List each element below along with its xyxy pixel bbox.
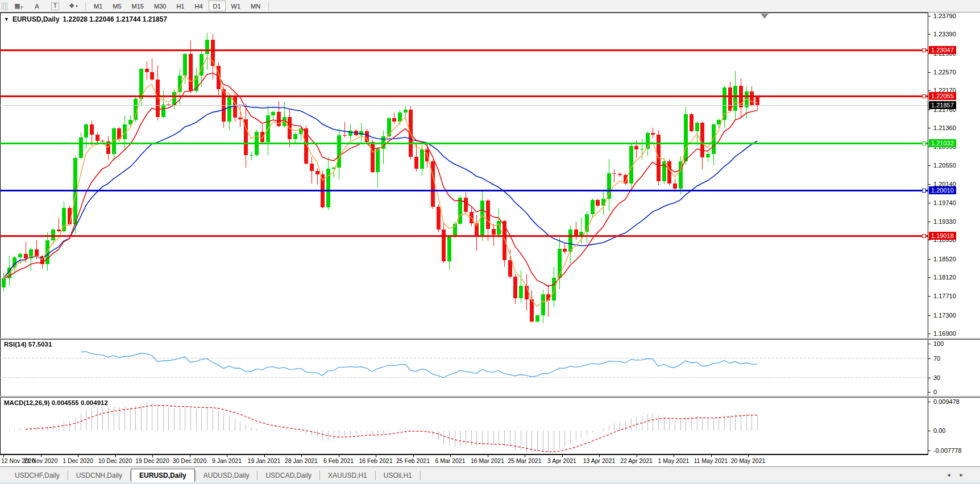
tab-usoil[interactable]: USOil,H1 [376, 469, 420, 482]
date-tick [78, 455, 78, 457]
price-tick [928, 128, 931, 128]
timeframes-group: M1M5M15M30H1H4D1W1MN [89, 1, 265, 11]
price-tick [928, 90, 931, 91]
macd-label: MACD(12,26,9) 0.004555 0.004912 [4, 399, 108, 406]
date-label: 28 Jan 2021 [285, 457, 318, 464]
date-tick [41, 455, 41, 457]
timeframe-button-d1[interactable]: D1 [209, 1, 226, 11]
chart-ohlc-values: 1.22028 1.22046 1.21744 1.21857 [63, 15, 168, 23]
date-label: 25 Feb 2021 [396, 457, 430, 464]
price-tick [928, 16, 931, 16]
price-tick-label: 1.19330 [933, 218, 956, 225]
price-tick [928, 203, 931, 203]
date-label: 9 Jan 2021 [212, 457, 242, 464]
tab-eurusd[interactable]: EURUSD,Daily [131, 469, 195, 482]
price-tick-label: 1.17710 [933, 293, 956, 299]
toolbar: ▦FAT❖▾ M1M5M15M30H1H4D1W1MN [0, 0, 980, 12]
hline-price-label: 1.19018 [929, 232, 956, 240]
date-tick [3, 455, 4, 457]
macd-scale-label: 0.00 [933, 427, 945, 434]
price-tick-label: 1.19740 [933, 199, 956, 206]
toolbar-grip[interactable] [2, 2, 7, 10]
date-label: 10 Dec 2020 [98, 457, 132, 464]
rsi-scale-tick [928, 392, 931, 393]
timeframe-button-h4[interactable]: H4 [190, 1, 207, 11]
rsi-scale-label: 0 [933, 389, 937, 395]
date-tick [339, 455, 339, 457]
tab-scroll-arrows: ◄► [946, 472, 972, 478]
price-tick-label: 1.18120 [933, 274, 956, 281]
macd-scale-tick [928, 431, 931, 431]
price-tick [928, 34, 931, 35]
main-price-chart[interactable] [0, 12, 928, 338]
date-tick [637, 455, 637, 457]
chart-tabs: USDCHF,DailyUSDCNH,DailyEURUSD,DailyAUDU… [7, 469, 421, 482]
timeframe-button-m15[interactable]: M15 [127, 1, 148, 11]
rsi-scale-label: 30 [933, 374, 940, 381]
draw-arrows-icon[interactable]: ❖▾ [65, 1, 82, 11]
price-tick [928, 277, 931, 278]
date-label: 21 Nov 2020 [24, 457, 58, 464]
macd-scale-label: -0.007778 [933, 447, 962, 454]
current-price-label: 1.21857 [929, 101, 956, 109]
timeframe-button-mn[interactable]: MN [246, 1, 265, 11]
chart-grid-f-icon[interactable]: ▦F [10, 1, 27, 11]
date-tick [562, 455, 563, 457]
date-tick [152, 455, 153, 457]
chart-tab-bar: USDCHF,DailyUSDCNH,DailyEURUSD,DailyAUDU… [0, 466, 980, 484]
text-label-icon[interactable]: A [28, 1, 45, 11]
tab-usdchf[interactable]: USDCHF,Daily [7, 469, 68, 482]
price-tick-label: 1.21360 [933, 124, 956, 131]
text-box-icon[interactable]: T [47, 1, 64, 11]
date-label: 6 Mar 2021 [435, 457, 465, 464]
price-tick [928, 165, 931, 166]
date-tick [413, 455, 414, 457]
date-label: 19 Dec 2020 [135, 457, 169, 464]
chart-title: ▼ EURUSD,Daily 1.22028 1.22046 1.21744 1… [4, 15, 167, 23]
date-label: 20 May 2021 [731, 457, 766, 464]
price-tick-label: 1.16900 [933, 330, 956, 337]
tab-audusd[interactable]: AUDUSD,Daily [196, 469, 258, 482]
timeframe-button-m1[interactable]: M1 [89, 1, 107, 11]
date-label: 22 Apr 2021 [620, 457, 653, 464]
price-tick [928, 72, 931, 73]
tab-scroll-left-icon[interactable]: ◄ [946, 472, 959, 478]
date-tick [450, 455, 451, 457]
rsi-scale-tick [928, 378, 931, 378]
mt4-window: ▦FAT❖▾ M1M5M15M30H1H4D1W1MN ▼ EURUSD,Dai… [0, 0, 980, 484]
price-tick [928, 222, 931, 222]
tab-usdcad[interactable]: USDCAD,Daily [258, 469, 319, 482]
price-tick-label: 1.18520 [933, 256, 956, 262]
date-label: 1 Dec 2020 [63, 457, 93, 464]
macd-scale-tick [928, 402, 931, 402]
date-tick [301, 455, 302, 457]
macd-indicator-chart[interactable] [0, 398, 928, 454]
chart-symbol-label: EURUSD,Daily [13, 15, 60, 23]
date-tick [488, 455, 488, 457]
toolbar-separator [268, 2, 269, 11]
tab-xauusd[interactable]: XAUUSD,H1 [320, 469, 375, 482]
timeframe-button-h1[interactable]: H1 [172, 1, 189, 11]
price-tick [928, 184, 931, 185]
hline-price-label: 1.22055 [929, 92, 956, 100]
rsi-scale-label: 70 [933, 355, 940, 362]
timeframe-button-m5[interactable]: M5 [108, 1, 126, 11]
macd-scale-label: 0.009478 [933, 398, 960, 405]
date-label: 13 Apr 2021 [583, 457, 616, 464]
tab-scroll-right-icon[interactable]: ► [959, 472, 972, 478]
tab-usdcnh[interactable]: USDCNH,Daily [68, 469, 130, 482]
hline-price-label: 1.21032 [929, 139, 956, 147]
date-label: 25 Mar 2021 [508, 457, 542, 464]
rsi-indicator-chart[interactable] [0, 340, 928, 396]
price-tick [928, 315, 931, 316]
date-tick [525, 455, 525, 457]
rsi-scale-tick [928, 344, 931, 344]
hline-price-label: 1.20010 [929, 186, 956, 194]
timeframe-button-w1[interactable]: W1 [227, 1, 246, 11]
price-tick-label: 1.23390 [933, 31, 956, 37]
collapse-arrow-icon[interactable]: ▼ [4, 16, 9, 22]
tab-separator [420, 471, 421, 480]
timeframe-button-m30[interactable]: M30 [150, 1, 171, 11]
price-tick [928, 333, 931, 334]
date-label: 6 Feb 2021 [323, 457, 354, 464]
